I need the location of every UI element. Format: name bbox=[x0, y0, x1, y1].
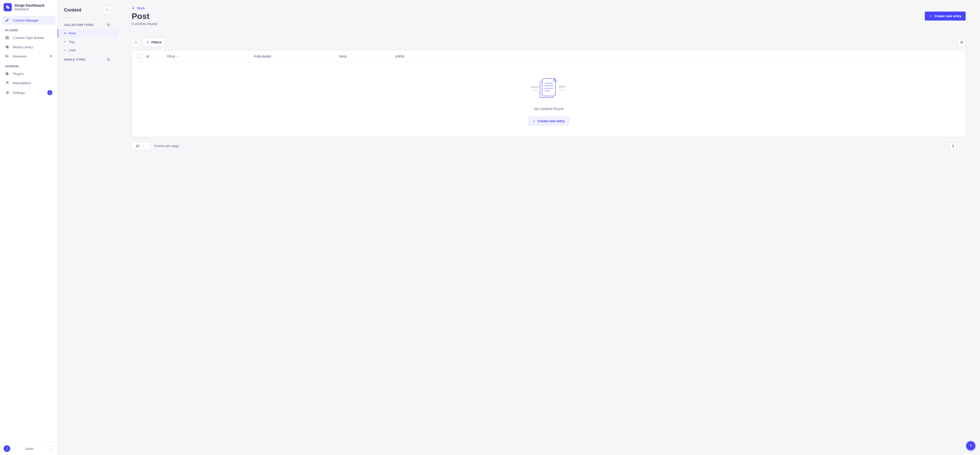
col-id[interactable]: ID bbox=[146, 55, 167, 58]
nav-content-manager[interactable]: Content Manager bbox=[2, 16, 56, 25]
col-tags[interactable]: TAGS bbox=[339, 55, 395, 58]
empty-state: No content found Create new entry bbox=[138, 62, 959, 137]
single-types-label: SINGLE TYPES bbox=[64, 58, 86, 61]
gear-icon bbox=[960, 41, 963, 44]
collection-type-post[interactable]: Post bbox=[58, 29, 117, 37]
nav-marketplace[interactable]: Marketplace bbox=[2, 78, 56, 87]
col-state[interactable]: STATE bbox=[395, 55, 960, 58]
search-icon bbox=[134, 41, 138, 44]
sidebar-main: Strapi Dashboard Workplace Content Manag… bbox=[0, 0, 58, 455]
content-panel-title: Content bbox=[64, 8, 81, 13]
back-label: Back bbox=[137, 6, 145, 10]
chevron-left-icon bbox=[943, 145, 946, 147]
table-search-button[interactable] bbox=[132, 38, 140, 46]
bullet-icon bbox=[64, 41, 66, 42]
chevron-left-icon bbox=[50, 447, 52, 450]
nav-label: Releases bbox=[13, 54, 27, 58]
page-subtitle: 0 entries found bbox=[132, 22, 157, 26]
collection-types-count: 3 bbox=[106, 23, 111, 27]
puzzle-icon bbox=[5, 72, 10, 76]
nav-plugins[interactable]: Plugins bbox=[2, 69, 56, 78]
search-icon bbox=[105, 8, 109, 12]
prev-page-button[interactable] bbox=[940, 142, 948, 150]
page-size-select[interactable]: 10 bbox=[132, 142, 151, 150]
chevron-down-icon bbox=[142, 144, 144, 148]
table-header: ID TITLE PUBLISHED TAGS STATE bbox=[132, 51, 966, 62]
settings-badge: 1 bbox=[47, 90, 52, 95]
gear-icon bbox=[5, 91, 10, 95]
back-link[interactable]: Back bbox=[132, 6, 145, 10]
help-fab[interactable]: ? bbox=[966, 441, 975, 450]
filter-icon bbox=[146, 41, 150, 44]
empty-create-entry-label: Create new entry bbox=[538, 119, 565, 123]
page-number[interactable]: 1 bbox=[949, 142, 957, 150]
empty-message: No content found bbox=[534, 107, 563, 111]
nav-section-general: GENERAL bbox=[2, 61, 56, 69]
col-title[interactable]: TITLE bbox=[167, 55, 254, 58]
content-search-button[interactable] bbox=[103, 6, 111, 14]
plus-icon bbox=[533, 119, 536, 123]
single-types-count: 0 bbox=[106, 57, 111, 62]
filters-button[interactable]: Filters bbox=[142, 38, 166, 47]
nav-label: Settings bbox=[13, 91, 25, 95]
collection-types-header[interactable]: COLLECTION TYPES 3 bbox=[58, 20, 117, 29]
col-published[interactable]: PUBLISHED bbox=[254, 55, 339, 58]
brand-subtitle: Workplace bbox=[14, 8, 45, 11]
bullet-icon bbox=[64, 49, 66, 51]
empty-illustration-icon bbox=[531, 77, 567, 101]
collection-type-user[interactable]: User bbox=[58, 46, 117, 54]
plus-icon bbox=[929, 14, 932, 18]
write-icon bbox=[5, 18, 10, 22]
sidebar-content: Content COLLECTION TYPES 3 Post Tag User bbox=[58, 0, 117, 455]
chevron-right-icon bbox=[961, 145, 964, 147]
page-title: Post bbox=[132, 11, 157, 21]
user-name: Justin bbox=[13, 447, 46, 451]
nav-label: Plugins bbox=[13, 72, 24, 76]
view-settings-button[interactable] bbox=[958, 38, 966, 46]
user-row: J Justin bbox=[0, 442, 57, 455]
create-entry-button[interactable]: Create new entry bbox=[925, 11, 966, 21]
empty-create-entry-button[interactable]: Create new entry bbox=[528, 116, 569, 126]
next-page-button[interactable] bbox=[958, 142, 966, 150]
arrow-left-icon bbox=[132, 6, 135, 10]
entries-per-page-label: Entries per page bbox=[154, 144, 179, 148]
cart-icon bbox=[5, 81, 10, 85]
avatar[interactable]: J bbox=[3, 445, 10, 452]
nav-section-plugins: PLUGINS bbox=[2, 25, 56, 33]
filters-label: Filters bbox=[151, 40, 161, 44]
collection-types-label: COLLECTION TYPES bbox=[64, 23, 94, 26]
entries-table: ID TITLE PUBLISHED TAGS STATE bbox=[132, 50, 966, 137]
nav-label: Content Manager bbox=[13, 19, 38, 22]
page-size-value: 10 bbox=[135, 144, 139, 148]
svg-rect-2 bbox=[559, 86, 565, 88]
single-types-header[interactable]: SINGLE TYPES 0 bbox=[58, 55, 117, 63]
nav-label: Marketplace bbox=[13, 81, 31, 85]
sort-asc-icon bbox=[177, 55, 179, 58]
nav-releases[interactable]: Releases bbox=[2, 52, 56, 60]
brand-logo-icon bbox=[3, 3, 12, 11]
svg-rect-3 bbox=[561, 89, 564, 91]
collection-type-label: User bbox=[69, 48, 76, 52]
nav-settings[interactable]: Settings 1 bbox=[2, 88, 56, 97]
bullet-icon bbox=[64, 33, 66, 34]
image-icon bbox=[5, 45, 10, 49]
nav-label: Content-Type Builder bbox=[13, 36, 44, 40]
nav-label: Media Library bbox=[13, 45, 33, 49]
brand[interactable]: Strapi Dashboard Workplace bbox=[0, 0, 57, 14]
select-all-checkbox[interactable] bbox=[137, 54, 142, 59]
svg-rect-0 bbox=[531, 86, 539, 88]
layout-icon bbox=[5, 36, 10, 40]
pagination: 10 Entries per page 1 bbox=[132, 142, 966, 150]
collection-type-list: Post Tag User bbox=[58, 29, 117, 55]
svg-rect-1 bbox=[532, 90, 537, 91]
main-content: Back Post 0 entries found Create new ent… bbox=[117, 0, 980, 455]
plane-icon bbox=[5, 54, 10, 58]
collection-type-label: Tag bbox=[69, 40, 74, 44]
brand-title: Strapi Dashboard bbox=[14, 3, 45, 8]
nav-media-library[interactable]: Media Library bbox=[2, 43, 56, 51]
collection-type-tag[interactable]: Tag bbox=[58, 37, 117, 46]
nav-content-type-builder[interactable]: Content-Type Builder bbox=[2, 33, 56, 42]
divider bbox=[64, 18, 70, 18]
lock-icon bbox=[49, 54, 52, 58]
collapse-sidebar-button[interactable] bbox=[48, 446, 54, 452]
